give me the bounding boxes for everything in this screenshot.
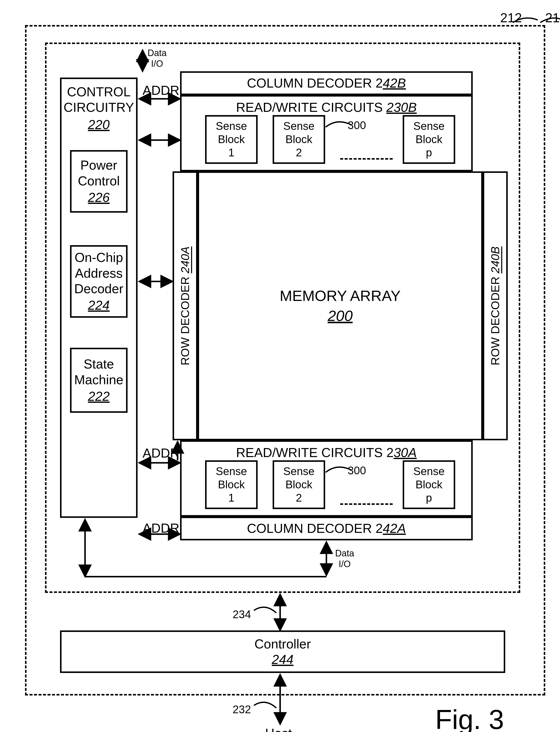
arrows: [10, 10, 560, 732]
diagram-canvas: 212 210 CONTROL CIRCUITRY 220 Power Cont…: [10, 10, 560, 732]
